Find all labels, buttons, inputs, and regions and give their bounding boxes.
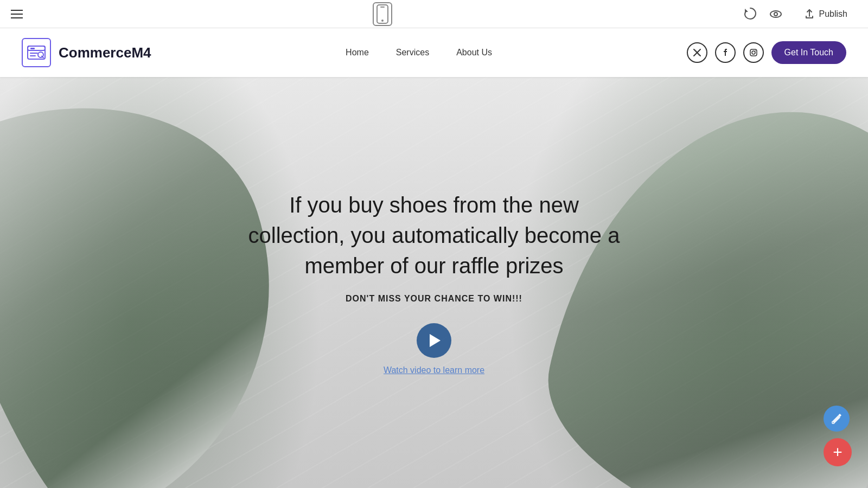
- svg-point-4: [770, 11, 781, 17]
- nav-right: Get In Touch: [687, 41, 846, 64]
- publish-button[interactable]: Publish: [794, 4, 857, 24]
- brand-name: CommerceM4: [59, 44, 151, 61]
- svg-rect-2: [380, 7, 385, 8]
- svg-rect-8: [30, 48, 35, 49]
- svg-point-15: [755, 50, 756, 52]
- play-button[interactable]: [417, 323, 451, 358]
- facebook-social-button[interactable]: [715, 42, 736, 63]
- mobile-preview-button[interactable]: [373, 2, 392, 26]
- undo-icon[interactable]: [742, 7, 757, 22]
- svg-rect-13: [750, 49, 757, 56]
- phone-icon: [376, 4, 388, 24]
- fab-container: +: [824, 406, 852, 466]
- editor-bar-right: Publish: [742, 4, 857, 24]
- add-fab-button[interactable]: +: [824, 438, 852, 466]
- editor-bar-center: [373, 2, 392, 26]
- hamburger-menu-icon[interactable]: [11, 10, 23, 18]
- editor-bar-left: [11, 10, 23, 18]
- hero-section: If you buy shoes from the new collection…: [0, 77, 868, 488]
- editor-bar: Publish: [0, 0, 868, 28]
- pencil-icon: [831, 413, 843, 425]
- nav-about[interactable]: About Us: [456, 48, 492, 57]
- site-navbar: CommerceM4 Home Services About Us Get In…: [0, 28, 868, 77]
- preview-eye-icon[interactable]: [768, 7, 783, 22]
- instagram-icon: [749, 48, 758, 57]
- hero-headline: If you buy shoes from the new collection…: [239, 190, 629, 281]
- edit-fab-button[interactable]: [824, 406, 850, 432]
- facebook-icon: [721, 48, 730, 57]
- nav-home[interactable]: Home: [346, 48, 369, 57]
- upload-icon: [804, 9, 815, 20]
- hero-subheading: DON'T MISS YOUR CHANCE TO WIN!!!: [346, 294, 522, 304]
- play-triangle-icon: [430, 334, 441, 347]
- nav-services[interactable]: Services: [396, 48, 429, 57]
- brand-logo: [22, 38, 51, 67]
- instagram-social-button[interactable]: [743, 42, 764, 63]
- svg-rect-7: [28, 46, 45, 50]
- watch-video-link[interactable]: Watch video to learn more: [384, 365, 484, 375]
- get-in-touch-button[interactable]: Get In Touch: [771, 41, 846, 64]
- publish-label: Publish: [819, 9, 847, 19]
- hero-content: If you buy shoes from the new collection…: [0, 77, 868, 488]
- plus-icon: +: [833, 444, 843, 460]
- logo-icon: [27, 43, 46, 62]
- twitter-icon: [693, 48, 701, 57]
- nav-links: Home Services About Us: [346, 48, 492, 57]
- svg-marker-3: [745, 9, 748, 12]
- brand: CommerceM4: [22, 38, 151, 67]
- svg-point-5: [774, 12, 777, 16]
- svg-point-1: [381, 20, 384, 22]
- video-play-container: Watch video to learn more: [384, 323, 484, 375]
- twitter-social-button[interactable]: [687, 42, 707, 63]
- svg-point-14: [752, 51, 755, 54]
